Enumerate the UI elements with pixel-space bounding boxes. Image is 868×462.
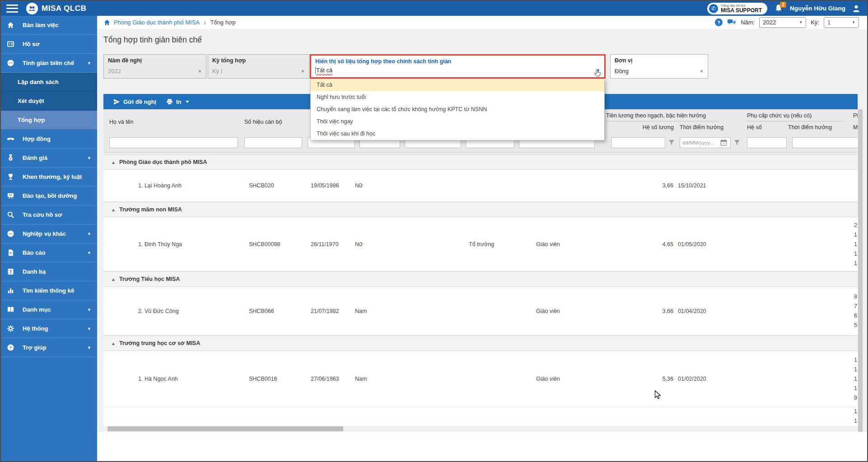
table-row[interactable]: 1. Đinh Thúy Nga SHCB00098 26/11/1970 Nữ…	[103, 217, 858, 271]
collapse-icon[interactable]: ▲	[111, 160, 116, 165]
filter-funnel-icon[interactable]	[668, 140, 675, 146]
user-avatar-icon[interactable]	[852, 4, 861, 13]
sidebar-item-ho-so[interactable]: Hồ sơ	[1, 35, 97, 54]
notifications-button[interactable]: 2	[774, 4, 784, 14]
filter-input-salary-coef[interactable]	[611, 137, 665, 148]
year-select[interactable]: 2022 ▼	[759, 17, 806, 28]
filter-chinh-sach-tinh-gian[interactable]: Hiển thị số liệu tổng hợp theo chính sác…	[310, 54, 606, 79]
people-icon	[28, 4, 37, 13]
group-row[interactable]: ▲ Phòng Giáo dục thành phố MISA	[103, 154, 858, 170]
sidebar-item-lap-danh-sach[interactable]: Lập danh sách	[1, 73, 97, 92]
dropdown-option-chuyen-sang-lam-viec[interactable]: Chuyển sang làm việc tại các tổ chức khô…	[311, 103, 604, 116]
gear-icon	[7, 325, 14, 332]
sidebar-item-tra-cuu-ho-so[interactable]: Tra cứu hồ sơ	[1, 205, 97, 224]
circle-dots-icon	[7, 59, 14, 67]
print-button[interactable]: In	[166, 98, 189, 105]
collapse-icon[interactable]: ▲	[111, 207, 116, 212]
report-icon	[7, 249, 14, 257]
column-header-salary-coef[interactable]: Hệ số lương	[616, 124, 674, 131]
column-header-salary-date[interactable]: Thời điểm hưởng	[680, 124, 723, 131]
sidebar-item-tim-kiem-thong-ke[interactable]: Tìm kiếm thống kê	[1, 281, 97, 300]
dropdown-option-thoi-viec-ngay[interactable]: Thôi việc ngay	[311, 116, 604, 128]
filter-input-name[interactable]	[109, 137, 238, 148]
group-row[interactable]: ▲ Trường trung học cơ sở MISA	[103, 336, 858, 351]
column-header-allowance-coef[interactable]: Hệ số	[747, 124, 762, 131]
period-select[interactable]: 1 ▼	[824, 17, 859, 28]
table-row[interactable]: 1. Lại Hoàng Anh SHCB020 19/05/1986 Nữ 3…	[103, 170, 858, 202]
chevron-down-icon: ▼	[700, 69, 704, 74]
hamburger-menu-icon[interactable]	[6, 5, 18, 13]
sidebar-item-khen-thuong-ky-luat[interactable]: Khen thưởng, kỷ luật	[1, 168, 97, 187]
chevron-down-icon: ▼	[87, 327, 91, 331]
sidebar-item-hop-dong[interactable]: Hợp đồng	[1, 130, 97, 149]
id-card-icon	[7, 40, 14, 48]
chevron-down-icon	[186, 101, 189, 103]
sidebar-item-he-thong[interactable]: Hệ thống ▼	[1, 319, 97, 338]
horizontal-scrollbar[interactable]	[103, 426, 858, 432]
help-icon[interactable]: ?	[715, 19, 723, 26]
column-header-code[interactable]: Số hiệu cán bộ	[244, 119, 282, 125]
filter-funnel-icon[interactable]	[734, 140, 740, 146]
cell-gender: Nữ	[355, 241, 363, 247]
filter-input-code[interactable]	[244, 137, 302, 148]
dropdown-option-thoi-viec-sau-khi-di-hoc[interactable]: Thôi việc sau khi đi học	[311, 128, 604, 140]
sidebar-item-dao-tao-boi-duong[interactable]: Đào tạo, bồi dưỡng	[1, 187, 97, 205]
table-row[interactable]: 2. Vũ Đức Công SHCB066 21/07/1982 Nam Gi…	[103, 287, 858, 336]
svg-text:?: ?	[9, 345, 12, 350]
sidebar-item-danh-gia[interactable]: Đánh giá ▼	[1, 149, 97, 168]
table-row[interactable]: 1. Hà Ngọc Anh SHCB0016 27/06/1963 Nam G…	[103, 351, 858, 407]
horizontal-scrollbar-thumb[interactable]	[107, 426, 343, 431]
cell-salary-date: 01/05/2020	[678, 241, 706, 247]
chevron-down-icon: ▼	[87, 308, 91, 312]
sidebar-item-bao-cao[interactable]: Báo cáo ▼	[1, 243, 97, 262]
breadcrumb-root[interactable]: Phòng Giáo dục thành phố MISA	[114, 19, 200, 26]
chevron-down-icon: ▼	[87, 61, 91, 65]
cell-salary-coef: 4,65	[623, 241, 673, 247]
vertical-scrollbar-thumb[interactable]	[858, 109, 863, 432]
support-title: MISA SUPPORT	[721, 8, 762, 13]
column-header-allowance-date[interactable]: Thời điểm hưởng	[788, 124, 832, 131]
home-icon[interactable]	[103, 19, 111, 26]
chevron-down-icon: ▼	[198, 69, 202, 74]
cell-salary-coef: 3,66	[623, 182, 673, 189]
user-name[interactable]: Nguyễn Hữu Giang	[790, 5, 845, 12]
column-group-salary: Tiền lương theo ngạch, bậc hiện hưởng	[606, 112, 719, 121]
sidebar-item-nghiep-vu-khac[interactable]: Nghiệp vụ khác ▼	[1, 224, 97, 243]
sidebar-item-tinh-gian-bien-che[interactable]: Tinh giản biên chế ▼	[1, 54, 97, 73]
sidebar-item-danh-muc[interactable]: Danh mục ▼	[1, 300, 97, 319]
sidebar-item-xet-duyet[interactable]: Xét duyệt	[1, 92, 97, 111]
collapse-icon[interactable]: ▲	[111, 341, 116, 346]
chat-icon[interactable]	[727, 19, 736, 26]
dropdown-option-nghi-huu-truoc-tuoi[interactable]: Nghỉ hưu trước tuổi	[311, 91, 604, 103]
filter-input-allowance-date[interactable]	[792, 137, 858, 148]
cell-title: Giáo viên	[536, 241, 560, 247]
app-logo-icon	[26, 3, 38, 14]
cell-code: SHCB020	[249, 182, 274, 189]
dropdown-option-tat-ca[interactable]: Tất cả	[311, 79, 604, 91]
column-header-name[interactable]: Họ và tên	[109, 119, 134, 125]
breadcrumb-separator: ›	[204, 19, 206, 27]
support-button[interactable]: ✆ Tổng đài hỗ trợ MISA SUPPORT	[707, 3, 767, 14]
group-row[interactable]: ▲ Trường mầm non MISA	[103, 202, 858, 217]
cell-code: SHCB00098	[249, 241, 280, 247]
filter-input-allowance-coef[interactable]	[747, 137, 787, 148]
sidebar-item-danh-ba[interactable]: Danh bạ	[1, 262, 97, 281]
cell-name: 1. Hà Ngọc Anh	[138, 376, 178, 382]
cell-title: Giáo viên	[536, 376, 560, 382]
filter-ky-tong-hop: Kỳ tổng hợp Kỳ I ▼	[208, 54, 309, 79]
cell-salary-coef: 5,36	[623, 376, 673, 382]
cell-gender: Nam	[355, 376, 367, 382]
column-group-allowance: Phụ cấp chức vụ (nếu có)	[747, 112, 844, 121]
chevron-down-icon[interactable]: ▼	[596, 68, 600, 73]
chevron-down-icon: ▼	[87, 251, 91, 255]
group-row[interactable]: ▲ Trường Tiểu học MISA	[103, 271, 858, 287]
sidebar-item-tro-giup[interactable]: ? Trợ giúp ▼	[1, 338, 97, 357]
sidebar-item-tong-hop[interactable]: Tổng hợp	[1, 111, 97, 130]
sidebar-item-ban-lam-viec[interactable]: Bàn làm việc	[1, 16, 97, 35]
filter-don-vi[interactable]: Đơn vị Đồng ▼	[610, 54, 708, 79]
vertical-scrollbar[interactable]	[858, 109, 863, 432]
calendar-icon[interactable]: 23	[720, 139, 727, 146]
chevron-down-icon: ▼	[87, 156, 91, 160]
collapse-icon[interactable]: ▲	[111, 277, 116, 282]
send-request-button[interactable]: Gửi đề nghị	[113, 98, 156, 105]
